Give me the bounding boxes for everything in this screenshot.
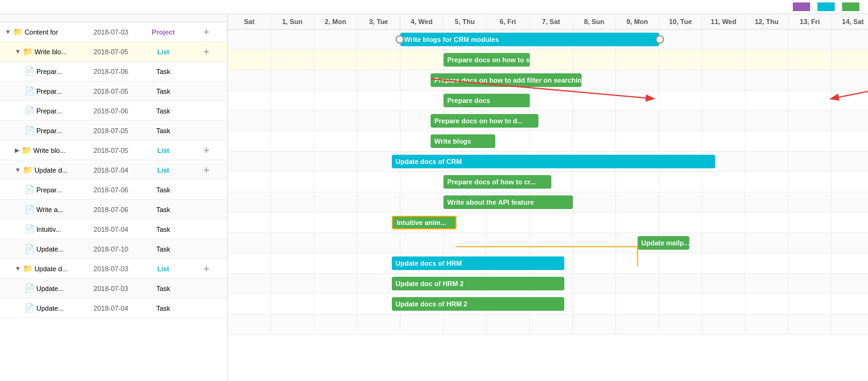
row-title-text: Prepar... — [36, 68, 62, 75]
row-action[interactable]: + — [188, 46, 225, 57]
gantt-cell — [745, 70, 789, 90]
row-group: Task — [139, 68, 188, 75]
legend-task — [842, 2, 862, 11]
gantt-bar[interactable]: Write blogs for CRM modules — [400, 33, 659, 46]
gantt-cell — [530, 50, 573, 70]
gantt-cell — [271, 131, 314, 151]
gantt-bar[interactable]: Update docs of CRM — [392, 155, 715, 168]
collapse-icon[interactable]: ▼ — [15, 166, 21, 173]
row-action[interactable]: + — [188, 165, 225, 176]
gantt-inner: Sat1, Sun2, Mon3, Tue4, Wed5, Thu6, Fri7… — [228, 14, 868, 335]
add-button[interactable]: + — [203, 46, 209, 57]
gantt-bar[interactable]: Intuitive anim... — [392, 216, 456, 229]
gantt-cell — [400, 233, 444, 253]
left-header — [0, 14, 227, 22]
gantt-cell — [228, 131, 271, 151]
gantt-cell — [659, 172, 702, 192]
collapse-icon[interactable]: ▼ — [15, 265, 21, 272]
gantt-cell — [573, 253, 616, 273]
legend-task-color — [842, 2, 859, 11]
row-action[interactable]: + — [188, 263, 225, 274]
legend-tasklist — [817, 2, 837, 11]
gantt-circle-start — [395, 35, 404, 44]
row-action[interactable]: + — [188, 145, 225, 156]
gantt-cell — [616, 192, 659, 212]
row-title-text: Update... — [36, 305, 64, 312]
gantt-bar[interactable]: Update mailp... — [638, 236, 689, 250]
gantt-cell — [789, 91, 832, 110]
gantt-cell — [487, 233, 530, 253]
collapse-icon[interactable]: ▶ — [15, 147, 20, 154]
gantt-bar[interactable]: Prepare docs on how to sa... — [444, 53, 530, 67]
table-row: 📄Prepar...2018-07-05Task — [0, 81, 227, 101]
gantt-cell — [400, 192, 444, 212]
left-rows: ▼📁Content for2018-07-03Project+▼📁Write b… — [0, 22, 227, 381]
legend-project — [793, 2, 813, 11]
gantt-cell — [832, 152, 868, 171]
gantt-cell — [271, 294, 314, 314]
gantt-cell — [271, 253, 314, 273]
date-col: 14, Sat — [832, 14, 868, 29]
row-title-text: Update d... — [34, 166, 68, 174]
folder-icon: 📁 — [22, 145, 31, 155]
gantt-cell — [702, 213, 745, 232]
gantt-cell — [616, 111, 659, 131]
gantt-cell — [444, 314, 487, 334]
gantt-cell — [616, 274, 659, 293]
row-title-cell: 📄Update... — [2, 284, 83, 293]
gantt-bar[interactable]: Write about the API feature — [444, 195, 573, 209]
row-date: 2018-07-03 — [83, 265, 139, 272]
file-icon: 📄 — [25, 224, 34, 234]
gantt-cell — [314, 253, 357, 273]
add-button[interactable]: + — [203, 263, 209, 274]
row-group: Project — [139, 28, 188, 36]
date-header: Sat1, Sun2, Mon3, Tue4, Wed5, Thu6, Fri7… — [228, 14, 868, 30]
gantt-cell — [573, 314, 616, 334]
row-group: Task — [139, 186, 188, 194]
gantt-cell — [832, 233, 868, 253]
gantt-bar[interactable]: Prepare docs on how to add filter on sea… — [431, 73, 582, 87]
right-panel[interactable]: Sat1, Sun2, Mon3, Tue4, Wed5, Thu6, Fri7… — [228, 14, 868, 381]
gantt-cell — [314, 70, 357, 90]
collapse-icon[interactable]: ▼ — [5, 28, 11, 35]
file-icon: 📄 — [25, 303, 34, 313]
gantt-cell — [702, 314, 745, 334]
gantt-cell — [832, 91, 868, 110]
add-button[interactable]: + — [203, 27, 209, 38]
row-title-cell: 📄Update... — [2, 244, 83, 253]
gantt-bar[interactable]: Prepare docs on how to d... — [431, 114, 538, 128]
gantt-cell — [228, 233, 271, 253]
gantt-bar[interactable]: Prepare docs — [444, 94, 530, 107]
gantt-bar[interactable]: Write blogs — [431, 134, 495, 148]
gantt-cell — [832, 274, 868, 293]
gantt-bar[interactable]: Update docs of HRM 2 — [392, 297, 564, 311]
folder-icon: 📁 — [23, 264, 33, 273]
gantt-cell — [702, 253, 745, 273]
gantt-bar[interactable]: Update docs of HRM — [392, 256, 564, 270]
gantt-cell — [400, 91, 444, 110]
collapse-icon[interactable]: ▼ — [15, 48, 21, 55]
gantt-bar[interactable]: Update doc of HRM 2 — [392, 277, 564, 290]
gantt-cell — [659, 192, 702, 212]
row-action[interactable]: + — [188, 27, 225, 38]
gantt-cell — [659, 314, 702, 334]
gantt-cell — [357, 91, 400, 110]
row-date: 2018-07-03 — [83, 285, 139, 292]
gantt-row: Intuitive anim... — [228, 213, 868, 233]
row-title-cell: 📄Prepar... — [2, 67, 83, 76]
add-button[interactable]: + — [203, 165, 209, 176]
gantt-cell — [616, 91, 659, 110]
gantt-container: ▼📁Content for2018-07-03Project+▼📁Write b… — [0, 0, 868, 381]
row-title-text: Prepar... — [36, 127, 62, 134]
gantt-circle-end — [655, 35, 664, 44]
date-col: 10, Tue — [659, 14, 702, 29]
gantt-cell — [832, 253, 868, 273]
add-button[interactable]: + — [203, 145, 209, 156]
gantt-cell — [789, 172, 832, 192]
gantt-cell — [530, 91, 573, 110]
gantt-cell — [832, 50, 868, 70]
gantt-cell — [832, 70, 868, 90]
gantt-wrapper: ▼📁Content for2018-07-03Project+▼📁Write b… — [0, 14, 868, 381]
table-row: 📄Prepar...2018-07-06Task — [0, 180, 227, 200]
gantt-bar[interactable]: Prepare docs of how to cr... — [444, 175, 551, 189]
